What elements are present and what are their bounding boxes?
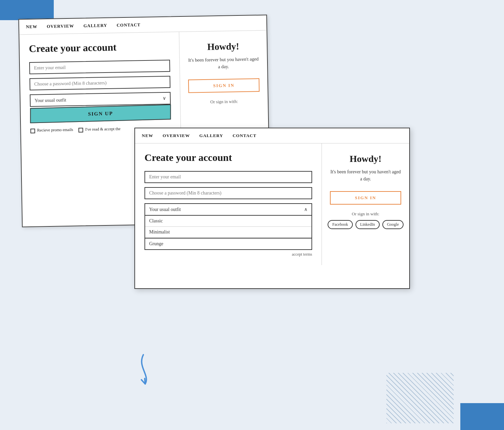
front-social-buttons: Facebook LinkedIn Google — [328, 220, 404, 229]
front-password-input[interactable] — [144, 187, 312, 199]
nav-item-new-front[interactable]: NEW — [142, 133, 153, 138]
front-terms-text: accept terms — [144, 252, 312, 257]
back-checkbox-promo-box[interactable] — [30, 129, 35, 133]
nav-item-overview-back[interactable]: OVERVIEW — [47, 24, 74, 29]
nav-item-contact-front[interactable]: CONTACT — [233, 133, 256, 138]
back-checkbox-promo[interactable]: Recieve promo emails — [30, 127, 73, 133]
nav-item-overview-front[interactable]: OVERVIEW — [163, 133, 190, 138]
front-howdy-title: Howdy! — [350, 154, 382, 164]
back-checkbox-terms[interactable]: I've read & accept the — [79, 126, 121, 132]
back-howdy-title: Howdy! — [207, 41, 239, 52]
nav-bar-front: NEW OVERVIEW GALLERY CONTACT — [135, 128, 409, 143]
front-right-panel: Howdy! It's been forever but you haven't… — [322, 143, 409, 265]
wireframe-front-card: NEW OVERVIEW GALLERY CONTACT Create your… — [134, 128, 410, 289]
back-dropdown-chevron-icon: ∨ — [163, 95, 166, 101]
nav-item-gallery-front[interactable]: GALLERY — [199, 133, 223, 138]
back-checkbox-promo-label: Recieve promo emails — [37, 127, 73, 133]
back-howdy-subtitle: It's been forever but you haven't aged a… — [188, 55, 259, 71]
back-outfit-dropdown[interactable]: Your usual outfit ∨ — [30, 92, 171, 107]
front-signin-button[interactable]: SIGN IN — [330, 191, 401, 205]
front-dropdown-options: Classic Minimalist Grunge — [144, 216, 312, 250]
back-password-input[interactable] — [30, 76, 171, 90]
front-google-button[interactable]: Google — [382, 220, 404, 229]
front-dropdown-chevron-icon: ∧ — [304, 207, 307, 212]
back-signup-button[interactable]: SIGN UP — [30, 104, 171, 123]
front-email-input[interactable] — [144, 171, 312, 183]
front-dropdown-label: Your usual outfit — [149, 207, 181, 212]
back-create-account-title: Create your account — [29, 40, 170, 55]
front-facebook-button[interactable]: Facebook — [328, 220, 353, 229]
front-wf-body: Create your account Your usual outfit ∧ … — [135, 143, 409, 265]
front-outfit-dropdown[interactable]: Your usual outfit ∧ — [144, 203, 312, 216]
back-left-panel: Create your account Your usual outfit ∨ … — [19, 32, 181, 141]
back-email-input[interactable] — [29, 60, 170, 74]
stripe-decoration — [386, 373, 454, 423]
back-signin-button[interactable]: SIGN IN — [188, 78, 260, 93]
arrow-annotation — [126, 349, 164, 393]
front-option-classic[interactable]: Classic — [145, 216, 311, 227]
front-option-grunge[interactable]: Grunge — [145, 239, 311, 249]
front-or-text: Or sign in with: — [352, 211, 379, 217]
front-create-account-title: Create your account — [144, 152, 312, 164]
back-wf-body: Create your account Your usual outfit ∨ … — [19, 31, 268, 142]
front-linkedin-button[interactable]: LinkedIn — [355, 220, 380, 229]
back-checkbox-terms-box[interactable] — [79, 128, 83, 132]
nav-item-contact-back[interactable]: CONTACT — [117, 22, 140, 28]
nav-item-gallery-back[interactable]: GALLERY — [83, 23, 107, 29]
back-checkbox-terms-label: I've read & accept the — [85, 126, 121, 132]
front-left-panel: Create your account Your usual outfit ∧ … — [135, 143, 322, 265]
back-or-text: Or sign in with: — [210, 99, 238, 104]
back-right-panel: Howdy! It's been forever but you haven't… — [179, 31, 268, 139]
front-howdy-subtitle: It's been forever but you haven't aged a… — [330, 168, 401, 182]
blue-accent-bottom-right — [460, 403, 504, 430]
front-option-minimalist[interactable]: Minimalist — [145, 227, 311, 238]
back-dropdown-label: Your usual outfit — [35, 97, 67, 103]
nav-item-new-back[interactable]: NEW — [26, 24, 37, 30]
